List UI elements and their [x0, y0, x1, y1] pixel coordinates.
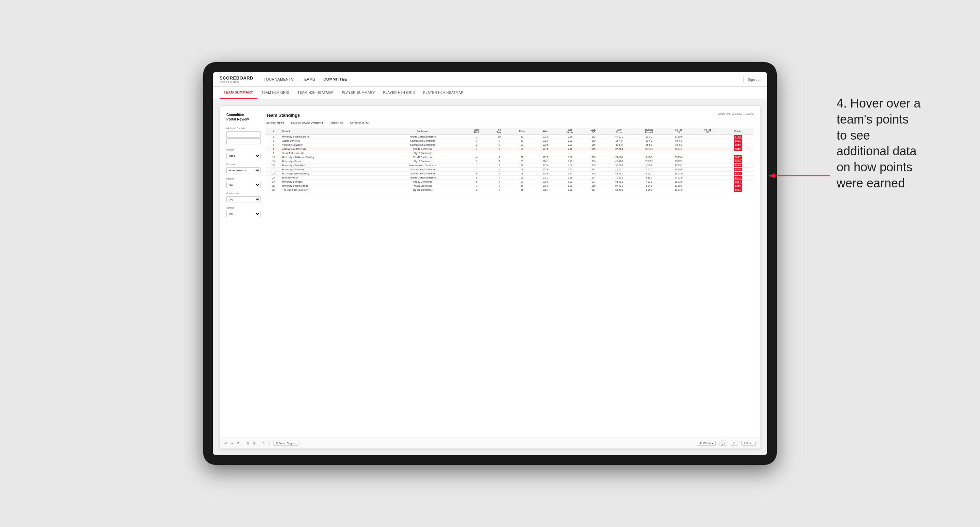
cell-points[interactable]: 88.71 — [722, 176, 754, 180]
feedback-button[interactable]: 💬 — [719, 441, 727, 446]
cell-low: 55-23-1 — [605, 188, 634, 192]
division-select[interactable]: NCAA Division I — [226, 167, 261, 173]
region-label: Region — [226, 178, 261, 180]
redo-icon[interactable]: ↪ — [231, 441, 233, 445]
nav-teams[interactable]: TEAMS — [302, 76, 315, 83]
annotation-area: 4. Hover over ateam's pointsto seeadditi… — [837, 95, 953, 192]
cell-no-tour: 7 — [488, 159, 510, 163]
cell-rnds — [510, 151, 534, 155]
gender-filter: Gender: Men's — [266, 121, 285, 124]
cell-points[interactable] — [722, 151, 754, 155]
cell-low: 87-22-3 — [605, 184, 634, 188]
nav-committee[interactable]: COMMITTEE — [323, 76, 347, 83]
cell-overall: 33-19-1 — [634, 147, 664, 151]
toolbar-right: 👁 Watch ▾ 💬 ⤢ ⤴ Share — [697, 441, 756, 446]
copy-icon[interactable]: ⊞ — [247, 441, 249, 445]
cell-points[interactable]: 83.89 — [722, 184, 754, 188]
refresh-icon[interactable]: ↺ — [237, 441, 239, 445]
cell-vs50 — [694, 188, 722, 192]
cell-rank: 26 — [266, 188, 281, 192]
min-rounds-input[interactable] — [226, 132, 261, 138]
tab-team-h2h-grid[interactable]: TEAM H2H GRID — [257, 87, 293, 98]
view-original-button[interactable]: 👁 View: Original — [273, 441, 298, 446]
conference-select[interactable]: (All) — [226, 196, 261, 202]
school-select[interactable]: (All) — [226, 211, 261, 217]
col-rank: # — [266, 128, 281, 135]
cell-no-tour: 7 — [488, 155, 510, 159]
cell-vs50 — [694, 139, 722, 143]
cell-conf-rank — [465, 151, 488, 155]
cell-no-tour: 7 — [488, 176, 510, 180]
cell-points[interactable]: 88.49 — [722, 168, 754, 172]
cell-points[interactable]: 90.50 — [722, 143, 754, 147]
region-select[interactable]: N/A — [226, 182, 261, 188]
cell-conf-rank: 1 — [465, 184, 488, 188]
expand-button[interactable]: ⤢ — [731, 441, 738, 446]
clock-icon[interactable]: ⏱ — [262, 441, 266, 445]
table-row: 1 University of North Carolina Atlantic … — [266, 135, 754, 139]
sidebar-division: Division NCAA Division I — [226, 163, 261, 174]
gender-select[interactable]: Men's — [226, 153, 261, 159]
cell-adj: 1.38 — [558, 176, 583, 180]
cell-conf-rank: 7 — [465, 168, 488, 172]
logo-area: SCOREBOARD Powered by clippd — [220, 75, 253, 83]
col-points: Points — [722, 128, 754, 135]
cell-conf-rank: 3 — [465, 159, 488, 163]
tab-player-h2h-heatmap[interactable]: PLAYER H2H HEATMAP — [419, 87, 467, 98]
nav-tournaments[interactable]: TOURNAMENTS — [264, 76, 294, 83]
cell-points-hover[interactable]: 78.50 Team Event — [722, 147, 754, 151]
tab-player-h2h-grid[interactable]: PLAYER H2H GRID — [379, 87, 419, 98]
cell-conf: Atlantic Coast Conference — [380, 176, 465, 180]
undo-icon[interactable]: ↩ — [224, 441, 227, 445]
cell-conf: Big 12 Conference — [380, 159, 465, 163]
cell-avg: 266 — [583, 159, 605, 163]
cell-avg: 265 — [583, 163, 605, 168]
col-wins: Wins — [534, 128, 558, 135]
cell-adj: 2.86 — [558, 135, 583, 139]
cell-vs50 — [694, 168, 722, 172]
cell-vs50 — [694, 135, 722, 139]
sign-out-button[interactable]: Sign out — [748, 78, 760, 82]
cell-points[interactable]: 88.49 — [722, 163, 754, 168]
cell-rank: 20 — [266, 163, 281, 168]
cell-conf-rank: 5 — [465, 176, 488, 180]
cell-school: University of California, Berkeley — [281, 155, 381, 159]
cell-avg: 260 — [583, 139, 605, 143]
col-overall: OverallRecord — [634, 128, 664, 135]
cell-wins: 278.6 — [534, 172, 558, 176]
grid-icon[interactable]: ⊟ — [253, 441, 255, 445]
watch-button[interactable]: 👁 Watch ▾ — [697, 441, 715, 446]
cell-conf-rank: 1 — [465, 163, 488, 168]
min-rounds-label: Minimum Rounds — [226, 127, 261, 129]
cell-points[interactable]: 80.94 — [722, 188, 754, 192]
cell-conf: Southeastern Conference — [380, 172, 465, 176]
min-rounds-input2[interactable] — [226, 138, 261, 144]
cell-adj: 1.60 — [558, 155, 583, 159]
cell-no-tour: 6 — [488, 180, 510, 184]
cell-wins: 279.3 — [534, 184, 558, 188]
cell-points[interactable]: 83.81 — [722, 172, 754, 176]
cell-wins: 272.6 — [534, 143, 558, 147]
cell-low: 67-10-0 — [605, 135, 634, 139]
cell-points[interactable]: 88.70 — [722, 159, 754, 163]
cell-points[interactable]: 93.31 — [722, 139, 754, 143]
cell-school: Duke University — [281, 176, 381, 180]
tab-team-summary[interactable]: TEAM SUMMARY — [220, 87, 257, 98]
cell-vs50 — [694, 147, 722, 151]
cell-vs50 — [694, 155, 722, 159]
tab-player-summary[interactable]: PLAYER SUMMARY — [338, 87, 379, 98]
cell-conf-rank: 5 — [465, 180, 488, 184]
cell-low: 71-22-2 — [605, 176, 634, 180]
cell-points[interactable]: 88.07 — [722, 155, 754, 159]
cell-adj: 1.45 — [558, 159, 583, 163]
cell-school: Auburn University — [281, 139, 381, 143]
sidebar-region: Region N/A — [226, 178, 261, 188]
cell-wins: 277.2 — [534, 155, 558, 159]
cell-conf: Pac-12 Conference — [380, 155, 465, 159]
share-button[interactable]: ⤴ Share — [741, 441, 756, 446]
cell-points[interactable]: 88.54 — [722, 180, 754, 184]
tab-team-h2h-heatmap[interactable]: TEAM H2H HEATMAP — [293, 87, 338, 98]
cell-wins: 277.9 — [534, 168, 558, 172]
arrow-indicator — [772, 167, 833, 184]
cell-points[interactable]: 97.02 — [722, 135, 754, 139]
